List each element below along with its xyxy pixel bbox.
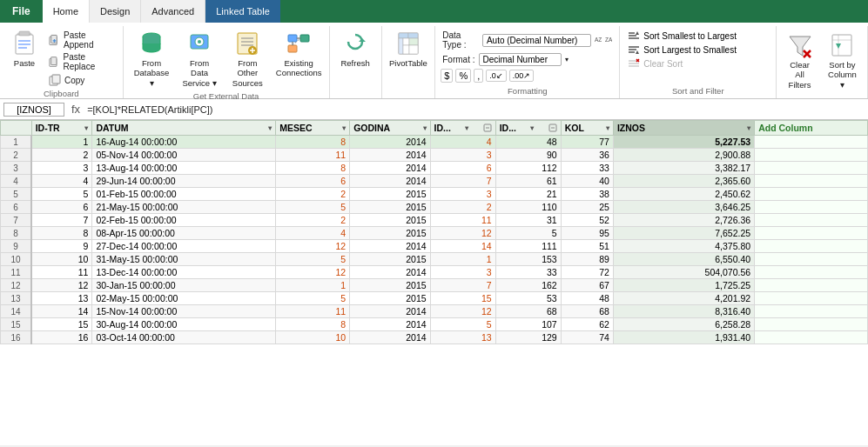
- cell-id2[interactable]: 107: [495, 318, 561, 331]
- col-header-id2[interactable]: ID...▾: [495, 121, 561, 136]
- cell-godina[interactable]: 2015: [350, 279, 430, 292]
- cell-id2[interactable]: 31: [495, 214, 561, 227]
- tab-home[interactable]: Home: [43, 0, 90, 23]
- cell-id1[interactable]: 7: [430, 175, 495, 188]
- datatype-dropdown[interactable]: Auto (Decimal Number): [482, 34, 591, 47]
- col-header-id-tr[interactable]: ID-TR▾: [31, 121, 92, 136]
- cell-id2[interactable]: 90: [495, 149, 561, 162]
- cell-godina[interactable]: 2014: [350, 136, 430, 149]
- table-row[interactable]: 1116-Aug-14 00:00:0082014448775,227.53: [1, 136, 868, 149]
- col-header-iznos[interactable]: IZNOS▾: [613, 121, 754, 136]
- cell-godina[interactable]: 2015: [350, 188, 430, 201]
- increase-decimal[interactable]: .00↗: [509, 70, 535, 82]
- table-row[interactable]: 121230-Jan-15 00:00:00120157162671,725.2…: [1, 279, 868, 292]
- table-row[interactable]: 4429-Jun-14 00:00:0062014761402,365.60: [1, 175, 868, 188]
- cell-id1[interactable]: 11: [430, 214, 495, 227]
- cell-id1[interactable]: 14: [430, 240, 495, 253]
- cell-godina[interactable]: 2015: [350, 227, 430, 240]
- comma-symbol[interactable]: ,: [474, 69, 483, 83]
- cell-id-tr[interactable]: 14: [31, 305, 92, 318]
- cell-godina[interactable]: 2014: [350, 305, 430, 318]
- cell-id-tr[interactable]: 15: [31, 318, 92, 331]
- cell-id1[interactable]: 2: [430, 201, 495, 214]
- cell-iznos[interactable]: 2,365.60: [613, 175, 754, 188]
- tab-advanced[interactable]: Advanced: [141, 0, 205, 23]
- cell-id1[interactable]: 15: [430, 292, 495, 305]
- cell-mesec[interactable]: 2: [276, 188, 350, 201]
- cell-godina[interactable]: 2014: [350, 162, 430, 175]
- table-row[interactable]: 131302-May-15 00:00:00520151553484,201.9…: [1, 292, 868, 305]
- cell-id1[interactable]: 13: [430, 331, 495, 344]
- cell-id2[interactable]: 110: [495, 201, 561, 214]
- cell-mesec[interactable]: 11: [276, 305, 350, 318]
- cell-datum[interactable]: 13-Aug-14 00:00:00: [92, 162, 276, 175]
- cell-mesec[interactable]: 8: [276, 318, 350, 331]
- cell-godina[interactable]: 2014: [350, 318, 430, 331]
- cell-godina[interactable]: 2015: [350, 253, 430, 266]
- cell-mesec[interactable]: 12: [276, 266, 350, 279]
- cell-id-tr[interactable]: 7: [31, 214, 92, 227]
- cell-id1[interactable]: 12: [430, 305, 495, 318]
- cell-kol[interactable]: 48: [561, 292, 613, 305]
- tab-design[interactable]: Design: [90, 0, 141, 23]
- col-header-godina[interactable]: GODINA▾: [350, 121, 430, 136]
- cell-datum[interactable]: 02-May-15 00:00:00: [92, 292, 276, 305]
- cell-datum[interactable]: 31-May-15 00:00:00: [92, 253, 276, 266]
- cell-datum[interactable]: 15-Nov-14 00:00:00: [92, 305, 276, 318]
- cell-kol[interactable]: 74: [561, 331, 613, 344]
- table-row[interactable]: 3313-Aug-14 00:00:00820146112333,382.17: [1, 162, 868, 175]
- cell-id1[interactable]: 7: [430, 279, 495, 292]
- paste-button[interactable]: Paste: [5, 28, 44, 70]
- cell-reference-box[interactable]: [IZNOS]: [3, 103, 64, 117]
- cell-kol[interactable]: 38: [561, 188, 613, 201]
- cell-kol[interactable]: 77: [561, 136, 613, 149]
- cell-id2[interactable]: 5: [495, 227, 561, 240]
- cell-kol[interactable]: 95: [561, 227, 613, 240]
- percent-symbol[interactable]: %: [455, 69, 471, 83]
- table-row[interactable]: 9927-Dec-14 00:00:0012201414111514,375.8…: [1, 240, 868, 253]
- dollar-symbol[interactable]: $: [441, 69, 453, 83]
- cell-iznos[interactable]: 3,646.25: [613, 201, 754, 214]
- cell-mesec[interactable]: 4: [276, 227, 350, 240]
- cell-iznos[interactable]: 504,070.56: [613, 266, 754, 279]
- cell-kol[interactable]: 52: [561, 214, 613, 227]
- cell-iznos[interactable]: 2,726.36: [613, 214, 754, 227]
- cell-mesec[interactable]: 10: [276, 331, 350, 344]
- cell-id-tr[interactable]: 13: [31, 292, 92, 305]
- cell-datum[interactable]: 02-Feb-15 00:00:00: [92, 214, 276, 227]
- cell-iznos[interactable]: 4,201.92: [613, 292, 754, 305]
- cell-datum[interactable]: 03-Oct-14 00:00:00: [92, 331, 276, 344]
- cell-kol[interactable]: 40: [561, 175, 613, 188]
- from-other-sources-button[interactable]: From OtherSources: [225, 28, 271, 90]
- cell-id1[interactable]: 3: [430, 188, 495, 201]
- cell-id1[interactable]: 6: [430, 162, 495, 175]
- cell-godina[interactable]: 2014: [350, 240, 430, 253]
- cell-id2[interactable]: 33: [495, 266, 561, 279]
- col-header-id1[interactable]: ID...▾: [430, 121, 495, 136]
- cell-datum[interactable]: 05-Nov-14 00:00:00: [92, 149, 276, 162]
- cell-iznos[interactable]: 6,550.40: [613, 253, 754, 266]
- cell-mesec[interactable]: 8: [276, 136, 350, 149]
- cell-id2[interactable]: 129: [495, 331, 561, 344]
- cell-mesec[interactable]: 5: [276, 292, 350, 305]
- cell-mesec[interactable]: 8: [276, 162, 350, 175]
- cell-datum[interactable]: 16-Aug-14 00:00:00: [92, 136, 276, 149]
- table-row[interactable]: 2205-Nov-14 00:00:00112014390362,900.88: [1, 149, 868, 162]
- cell-kol[interactable]: 36: [561, 149, 613, 162]
- col-header-kol[interactable]: KOL▾: [561, 121, 613, 136]
- cell-id-tr[interactable]: 5: [31, 188, 92, 201]
- cell-id2[interactable]: 48: [495, 136, 561, 149]
- cell-datum[interactable]: 01-Feb-15 00:00:00: [92, 188, 276, 201]
- cell-kol[interactable]: 62: [561, 318, 613, 331]
- cell-kol[interactable]: 72: [561, 266, 613, 279]
- cell-kol[interactable]: 68: [561, 305, 613, 318]
- cell-mesec[interactable]: 12: [276, 240, 350, 253]
- cell-datum[interactable]: 21-May-15 00:00:00: [92, 201, 276, 214]
- cell-iznos[interactable]: 7,652.25: [613, 227, 754, 240]
- decrease-decimal[interactable]: .0↙: [486, 70, 507, 82]
- cell-godina[interactable]: 2014: [350, 266, 430, 279]
- format-dropdown[interactable]: Decimal Number: [479, 53, 562, 66]
- cell-id-tr[interactable]: 16: [31, 331, 92, 344]
- cell-mesec[interactable]: 11: [276, 149, 350, 162]
- table-row[interactable]: 7702-Feb-15 00:00:00220151131522,726.36: [1, 214, 868, 227]
